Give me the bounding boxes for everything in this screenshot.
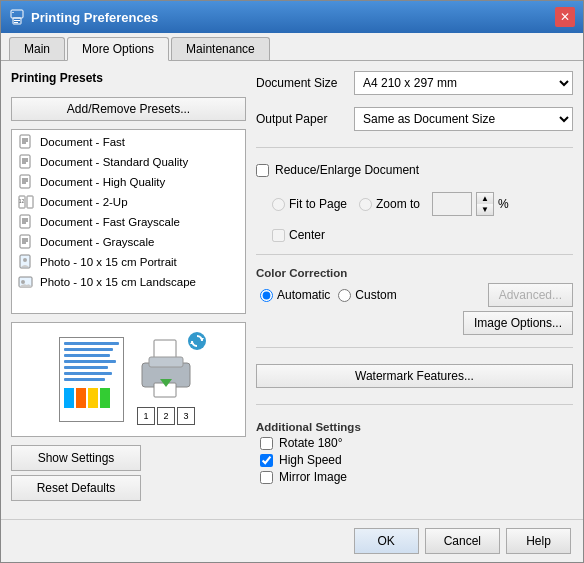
ok-button[interactable]: OK bbox=[354, 528, 419, 554]
zoom-down-button[interactable]: ▼ bbox=[477, 204, 493, 215]
tab-main[interactable]: Main bbox=[9, 37, 65, 60]
title-bar: Printing Preferences ✕ bbox=[1, 1, 583, 33]
preset-label: Document - 2-Up bbox=[40, 196, 128, 208]
right-panel: Document Size A4 210 x 297 mm Output Pap… bbox=[256, 71, 573, 509]
add-presets-button[interactable]: Add/Remove Presets... bbox=[11, 97, 246, 121]
reset-defaults-button[interactable]: Reset Defaults bbox=[11, 475, 141, 501]
percent-label: % bbox=[498, 197, 509, 211]
high-speed-label: High Speed bbox=[279, 453, 342, 467]
zoom-value-input[interactable] bbox=[432, 192, 472, 216]
photo-landscape-icon bbox=[18, 274, 34, 290]
page-preview bbox=[59, 337, 124, 422]
divider-1 bbox=[256, 147, 573, 148]
rotate-label: Rotate 180° bbox=[279, 436, 343, 450]
reduce-enlarge-label: Reduce/Enlarge Document bbox=[275, 163, 419, 177]
zoom-up-button[interactable]: ▲ bbox=[477, 193, 493, 204]
list-item[interactable]: Document - Standard Quality bbox=[14, 152, 243, 172]
svg-rect-4 bbox=[12, 12, 14, 13]
content-area: Printing Presets Add/Remove Presets... D… bbox=[1, 61, 583, 519]
image-options-button[interactable]: Image Options... bbox=[463, 311, 573, 335]
preset-label: Document - High Quality bbox=[40, 176, 165, 188]
list-item[interactable]: Photo - 10 x 15 cm Landscape bbox=[14, 272, 243, 292]
list-item[interactable]: Document - Fast bbox=[14, 132, 243, 152]
zoom-to-option: Zoom to bbox=[359, 197, 420, 211]
mirror-image-checkbox[interactable] bbox=[260, 471, 273, 484]
list-item[interactable]: Document - High Quality bbox=[14, 172, 243, 192]
help-button[interactable]: Help bbox=[506, 528, 571, 554]
divider-2 bbox=[256, 254, 573, 255]
center-checkbox[interactable] bbox=[272, 229, 285, 242]
output-paper-select[interactable]: Same as Document Size bbox=[354, 107, 573, 131]
preset-label: Photo - 10 x 15 cm Portrait bbox=[40, 256, 177, 268]
fit-to-page-radio[interactable] bbox=[272, 198, 285, 211]
preset-label: Document - Fast bbox=[40, 136, 125, 148]
watermark-row: Watermark Features... bbox=[256, 364, 573, 388]
tab-maintenance[interactable]: Maintenance bbox=[171, 37, 270, 60]
zoom-input-area: ▲ ▼ % bbox=[432, 192, 509, 216]
zoom-to-label: Zoom to bbox=[376, 197, 420, 211]
document-size-row: Document Size A4 210 x 297 mm bbox=[256, 71, 573, 95]
cancel-button[interactable]: Cancel bbox=[425, 528, 500, 554]
automatic-radio[interactable] bbox=[260, 289, 273, 302]
svg-rect-0 bbox=[11, 10, 23, 18]
doc-icon bbox=[18, 134, 34, 150]
list-item[interactable]: Photo - 10 x 15 cm Portrait bbox=[14, 252, 243, 272]
reduce-enlarge-row: Reduce/Enlarge Document bbox=[256, 163, 573, 177]
output-paper-row: Output Paper Same as Document Size bbox=[256, 107, 573, 131]
rotate-row: Rotate 180° bbox=[260, 436, 573, 450]
list-item[interactable]: 12 Document - 2-Up bbox=[14, 192, 243, 212]
refresh-icon bbox=[187, 331, 207, 351]
color-blocks bbox=[64, 388, 119, 408]
center-row: Center bbox=[256, 228, 573, 242]
reduce-enlarge-checkbox[interactable] bbox=[256, 164, 269, 177]
fit-zoom-group: Fit to Page Zoom to ▲ ▼ % bbox=[256, 192, 573, 216]
high-speed-checkbox[interactable] bbox=[260, 454, 273, 467]
automatic-label: Automatic bbox=[277, 288, 330, 302]
watermark-button[interactable]: Watermark Features... bbox=[256, 364, 573, 388]
preset-label: Photo - 10 x 15 cm Landscape bbox=[40, 276, 196, 288]
presets-section-title: Printing Presets bbox=[11, 71, 246, 85]
document-size-label: Document Size bbox=[256, 76, 346, 90]
doc-icon bbox=[18, 174, 34, 190]
title-text: Printing Preferences bbox=[31, 10, 158, 25]
page-order-icons: 1 2 3 bbox=[137, 407, 195, 425]
doc-icon bbox=[18, 214, 34, 230]
center-label: Center bbox=[289, 228, 325, 242]
svg-rect-34 bbox=[149, 357, 183, 367]
doc-icon bbox=[18, 154, 34, 170]
svg-text:12: 12 bbox=[19, 198, 25, 204]
image-options-row: Image Options... bbox=[256, 311, 573, 335]
tab-more-options[interactable]: More Options bbox=[67, 37, 169, 61]
color-correction-title: Color Correction bbox=[256, 267, 573, 279]
zoom-to-radio[interactable] bbox=[359, 198, 372, 211]
preset-label: Document - Standard Quality bbox=[40, 156, 188, 168]
page-icon-3: 3 bbox=[177, 407, 195, 425]
printer-preview: 1 2 3 bbox=[134, 335, 199, 425]
divider-4 bbox=[256, 404, 573, 405]
additional-checkboxes: Rotate 180° High Speed Mirror Image bbox=[256, 436, 573, 484]
divider-3 bbox=[256, 347, 573, 348]
fit-to-page-label: Fit to Page bbox=[289, 197, 347, 211]
custom-radio[interactable] bbox=[338, 289, 351, 302]
advanced-button[interactable]: Advanced... bbox=[488, 283, 573, 307]
rotate-checkbox[interactable] bbox=[260, 437, 273, 450]
preset-label: Document - Grayscale bbox=[40, 236, 154, 248]
show-settings-button[interactable]: Show Settings bbox=[11, 445, 141, 471]
page-icon-1: 1 bbox=[137, 407, 155, 425]
list-item[interactable]: Document - Fast Grayscale bbox=[14, 212, 243, 232]
svg-rect-3 bbox=[14, 22, 18, 23]
printer-icon bbox=[9, 9, 25, 25]
2up-icon: 12 bbox=[18, 194, 34, 210]
custom-label: Custom bbox=[355, 288, 396, 302]
mirror-image-row: Mirror Image bbox=[260, 470, 573, 484]
close-button[interactable]: ✕ bbox=[555, 7, 575, 27]
document-size-select[interactable]: A4 210 x 297 mm bbox=[354, 71, 573, 95]
title-bar-left: Printing Preferences bbox=[9, 9, 158, 25]
svg-point-31 bbox=[21, 280, 25, 284]
svg-point-29 bbox=[23, 258, 27, 262]
tab-bar: Main More Options Maintenance bbox=[1, 33, 583, 61]
fit-to-page-option: Fit to Page bbox=[272, 197, 347, 211]
color-correction-section: Color Correction Automatic Custom Advanc… bbox=[256, 267, 573, 335]
high-speed-row: High Speed bbox=[260, 453, 573, 467]
list-item[interactable]: Document - Grayscale bbox=[14, 232, 243, 252]
